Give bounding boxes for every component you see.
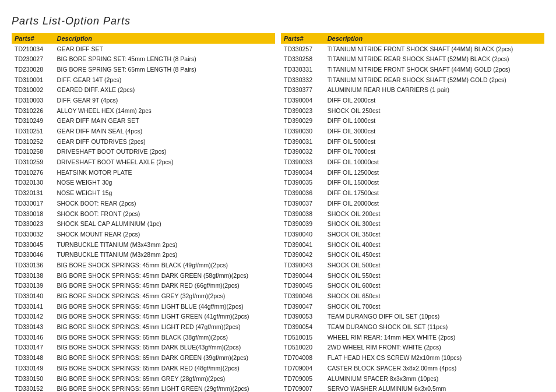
part-description: ALUMINIUM REAR HUB CARRIERS (1 pair) bbox=[325, 85, 544, 96]
part-number: TD390023 bbox=[281, 105, 325, 116]
part-description: TITANIUM NITRIDE FRONT SHOCK SHAFT (44MM… bbox=[325, 44, 544, 54]
part-description: DIFF OIL 12500cst bbox=[325, 167, 544, 178]
table-row: TD330017SHOCK BOOT: REAR (2pcs) bbox=[12, 198, 275, 209]
table-row: TD390029DIFF OIL 1000cst bbox=[281, 116, 544, 126]
part-description: BIG BORE SHOCK SPRINGS: 45mm BLACK (49gf… bbox=[54, 260, 275, 270]
table-row: TD330148BIG BORE SHOCK SPRINGS: 65mm DAR… bbox=[12, 353, 275, 363]
part-description: SHOCK BOOT: FRONT (2pcs) bbox=[54, 209, 275, 219]
table-row: TD330143BIG BORE SHOCK SPRINGS: 45mm LIG… bbox=[12, 322, 275, 333]
part-number: TD210034 bbox=[12, 44, 54, 54]
right-table-body: TD330257TITANIUM NITRIDE FRONT SHOCK SHA… bbox=[281, 44, 544, 392]
part-number: TD330045 bbox=[12, 239, 54, 250]
part-number: TD330149 bbox=[12, 363, 54, 373]
table-row: TD709004CASTER BLOCK SPACER 3x8x2.00mm (… bbox=[281, 363, 544, 373]
page: Parts List-Option Parts Parts# Descripti… bbox=[0, 0, 556, 392]
part-number: TD390042 bbox=[281, 250, 325, 260]
part-description: GEARED DIFF. AXLE (2pcs) bbox=[54, 85, 275, 96]
table-row: TD390043SHOCK OIL 500cst bbox=[281, 260, 544, 270]
table-row: TD390040SHOCK OIL 350cst bbox=[281, 229, 544, 239]
part-description: 2WD WHEEL RIM FRONT: WHITE (2pcs) bbox=[325, 342, 544, 353]
part-number: TD510020 bbox=[281, 342, 325, 353]
table-row: TD330141BIG BORE SHOCK SPRINGS: 45mm LIG… bbox=[12, 301, 275, 312]
right-table-header: Parts# Description bbox=[281, 33, 544, 44]
part-number: TD390037 bbox=[281, 198, 325, 209]
table-row: TD390044SHOCK OIL 550cst bbox=[281, 270, 544, 281]
table-row: TD390036DIFF OIL 17500cst bbox=[281, 188, 544, 199]
content-area: Parts# Description TD210034GEAR DIFF SET… bbox=[12, 33, 544, 392]
part-description: BIG BORE SHOCK SPRINGS: 45mm DARK RED (6… bbox=[54, 281, 275, 291]
part-number: TD390031 bbox=[281, 136, 325, 147]
part-number: TD709004 bbox=[281, 363, 325, 373]
part-description: DIFF OIL 17500cst bbox=[325, 188, 544, 199]
part-number: TD390053 bbox=[281, 312, 325, 322]
part-number: TD310226 bbox=[12, 105, 54, 116]
part-number: TD330143 bbox=[12, 322, 54, 333]
table-row: TD310001DIFF. GEAR 14T (2pcs) bbox=[12, 75, 275, 85]
part-number: TD310003 bbox=[12, 95, 54, 105]
part-number: TD310249 bbox=[12, 116, 54, 126]
table-row: TD310226ALLOY WHEEL HEX (14mm) 2pcs bbox=[12, 105, 275, 116]
table-row: TD210034GEAR DIFF SET bbox=[12, 44, 275, 54]
part-number: TD330147 bbox=[12, 342, 54, 353]
part-description: SHOCK OIL 450cst bbox=[325, 250, 544, 260]
part-description: BIG BORE SHOCK SPRINGS: 65mm DARK BLUE(4… bbox=[54, 342, 275, 353]
table-row: TD330257TITANIUM NITRIDE FRONT SHOCK SHA… bbox=[281, 44, 544, 54]
part-description: SHOCK OIL 300cst bbox=[325, 219, 544, 229]
part-number: TD390034 bbox=[281, 167, 325, 178]
table-row: TD310276HEATSINK MOTOR PLATE bbox=[12, 167, 275, 178]
part-description: GEAR DIFF MAIN GEAR SET bbox=[54, 116, 275, 126]
part-description: TEAM DURANGO DIFF OIL SET (10pcs) bbox=[325, 312, 544, 322]
part-number: TD330141 bbox=[12, 301, 54, 312]
table-row: TD330032SHOCK MOUNT REAR (2pcs) bbox=[12, 229, 275, 239]
part-number: TD330150 bbox=[12, 373, 54, 384]
table-row: TD709007SERVO WASHER ALUMINIUM 6x3x0.5mm bbox=[281, 384, 544, 392]
part-description: SHOCK OIL 600cst bbox=[325, 281, 544, 291]
part-number: TD390036 bbox=[281, 188, 325, 199]
part-description: GEAR DIFF MAIN SEAL (4pcs) bbox=[54, 126, 275, 137]
table-row: TD390045SHOCK OIL 600cst bbox=[281, 281, 544, 291]
table-row: TD390047SHOCK OIL 700cst bbox=[281, 301, 544, 312]
part-number: TD330257 bbox=[281, 44, 325, 54]
table-row: TD390038SHOCK OIL 200cst bbox=[281, 209, 544, 219]
part-number: TD390045 bbox=[281, 281, 325, 291]
table-row: TD310258DRIVESHAFT BOOT OUTDRIVE (2pcs) bbox=[12, 147, 275, 157]
page-title: Parts List-Option Parts bbox=[12, 10, 544, 29]
title-sub: Option Parts bbox=[65, 15, 131, 27]
left-table-header: Parts# Description bbox=[12, 33, 275, 44]
part-number: TD330152 bbox=[12, 384, 54, 392]
table-row: TD320130NOSE WEIGHT 30g bbox=[12, 178, 275, 188]
part-description: DRIVESHAFT BOOT WHEEL AXLE (2pcs) bbox=[54, 157, 275, 168]
part-description: SHOCK OIL 550cst bbox=[325, 270, 544, 281]
part-number: TD390035 bbox=[281, 178, 325, 188]
part-description: DIFF OIL 20000cst bbox=[325, 198, 544, 209]
part-description: DIFF OIL 2000cst bbox=[325, 95, 544, 105]
table-row: TD230028BIG BORE SPRING SET: 65mm LENGTH… bbox=[12, 64, 275, 75]
part-description: FLAT HEAD HEX CS SCREW M2x10mm (10pcs) bbox=[325, 353, 544, 363]
part-number: TD330332 bbox=[281, 75, 325, 85]
part-number: TD390029 bbox=[281, 116, 325, 126]
left-col-desc-header: Description bbox=[54, 33, 275, 44]
table-row: TD310251GEAR DIFF MAIN SEAL (4pcs) bbox=[12, 126, 275, 137]
part-number: TD390041 bbox=[281, 239, 325, 250]
part-number: TD320130 bbox=[12, 178, 54, 188]
part-description: DIFF OIL 15000cst bbox=[325, 178, 544, 188]
part-number: TD310252 bbox=[12, 136, 54, 147]
part-description: BIG BORE SHOCK SPRINGS: 45mm LIGHT RED (… bbox=[54, 322, 275, 333]
table-row: TD310002GEARED DIFF. AXLE (2pcs) bbox=[12, 85, 275, 96]
part-description: DIFF OIL 5000cst bbox=[325, 136, 544, 147]
part-number: TD390040 bbox=[281, 229, 325, 239]
table-row: TD390053TEAM DURANGO DIFF OIL SET (10pcs… bbox=[281, 312, 544, 322]
part-number: TD330018 bbox=[12, 209, 54, 219]
part-number: TD330148 bbox=[12, 353, 54, 363]
table-row: TD230027BIG BORE SPRING SET: 45mm LENGTH… bbox=[12, 54, 275, 65]
part-number: TD330377 bbox=[281, 85, 325, 96]
part-number: TD330146 bbox=[12, 332, 54, 342]
left-col-parts-header: Parts# bbox=[12, 33, 54, 44]
left-column: Parts# Description TD210034GEAR DIFF SET… bbox=[12, 33, 275, 392]
table-row: TD330331TITANIUM NITRIDE FRONT SHOCK SHA… bbox=[281, 64, 544, 75]
part-description: NOSE WEIGHT 30g bbox=[54, 178, 275, 188]
table-row: TD510015WHEEL RIM REAR: 14mm HEX WHITE (… bbox=[281, 332, 544, 342]
table-row: TD390031DIFF OIL 5000cst bbox=[281, 136, 544, 147]
table-row: TD330332TITANIUM NITRIDE REAR SHOCK SHAF… bbox=[281, 75, 544, 85]
part-number: TD390039 bbox=[281, 219, 325, 229]
